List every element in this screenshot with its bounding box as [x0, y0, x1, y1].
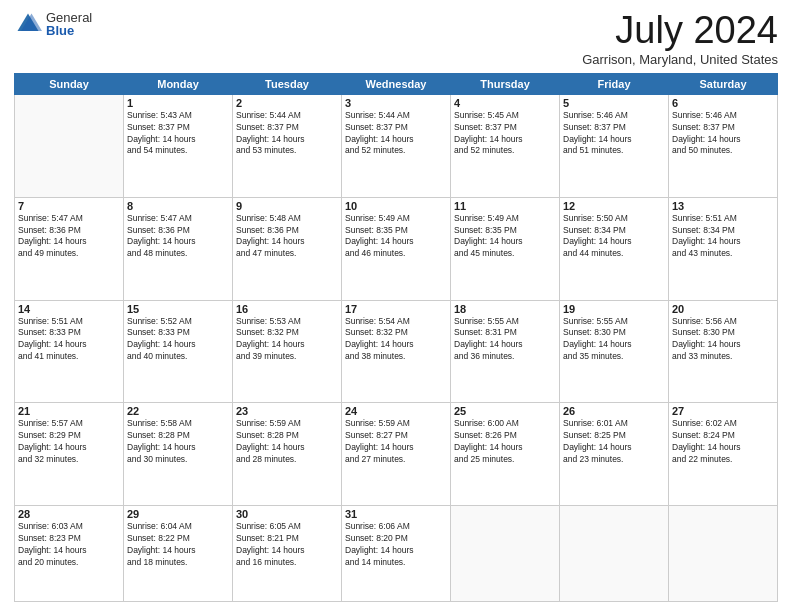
table-row: 9Sunrise: 5:48 AM Sunset: 8:36 PM Daylig…	[233, 197, 342, 300]
col-friday: Friday	[560, 73, 669, 94]
logo-icon	[14, 10, 42, 38]
calendar-week-row: 14Sunrise: 5:51 AM Sunset: 8:33 PM Dayli…	[15, 300, 778, 403]
day-info: Sunrise: 5:59 AM Sunset: 8:27 PM Dayligh…	[345, 418, 447, 466]
day-info: Sunrise: 5:47 AM Sunset: 8:36 PM Dayligh…	[18, 213, 120, 261]
page: General Blue July 2024 Garrison, Marylan…	[0, 0, 792, 612]
day-info: Sunrise: 5:43 AM Sunset: 8:37 PM Dayligh…	[127, 110, 229, 158]
logo-blue-text: Blue	[46, 24, 92, 37]
table-row	[669, 506, 778, 602]
day-number: 3	[345, 97, 447, 109]
calendar-week-row: 28Sunrise: 6:03 AM Sunset: 8:23 PM Dayli…	[15, 506, 778, 602]
day-number: 25	[454, 405, 556, 417]
table-row: 7Sunrise: 5:47 AM Sunset: 8:36 PM Daylig…	[15, 197, 124, 300]
day-number: 31	[345, 508, 447, 520]
day-number: 1	[127, 97, 229, 109]
day-info: Sunrise: 5:46 AM Sunset: 8:37 PM Dayligh…	[563, 110, 665, 158]
day-info: Sunrise: 5:49 AM Sunset: 8:35 PM Dayligh…	[345, 213, 447, 261]
day-number: 5	[563, 97, 665, 109]
day-number: 17	[345, 303, 447, 315]
day-number: 2	[236, 97, 338, 109]
day-info: Sunrise: 5:54 AM Sunset: 8:32 PM Dayligh…	[345, 316, 447, 364]
table-row: 8Sunrise: 5:47 AM Sunset: 8:36 PM Daylig…	[124, 197, 233, 300]
day-number: 18	[454, 303, 556, 315]
table-row: 26Sunrise: 6:01 AM Sunset: 8:25 PM Dayli…	[560, 403, 669, 506]
table-row: 14Sunrise: 5:51 AM Sunset: 8:33 PM Dayli…	[15, 300, 124, 403]
day-info: Sunrise: 6:02 AM Sunset: 8:24 PM Dayligh…	[672, 418, 774, 466]
day-number: 29	[127, 508, 229, 520]
table-row	[451, 506, 560, 602]
col-wednesday: Wednesday	[342, 73, 451, 94]
calendar-week-row: 1Sunrise: 5:43 AM Sunset: 8:37 PM Daylig…	[15, 94, 778, 197]
day-number: 10	[345, 200, 447, 212]
col-sunday: Sunday	[15, 73, 124, 94]
location: Garrison, Maryland, United States	[582, 52, 778, 67]
day-info: Sunrise: 5:55 AM Sunset: 8:31 PM Dayligh…	[454, 316, 556, 364]
day-number: 4	[454, 97, 556, 109]
table-row: 4Sunrise: 5:45 AM Sunset: 8:37 PM Daylig…	[451, 94, 560, 197]
day-number: 8	[127, 200, 229, 212]
day-info: Sunrise: 5:51 AM Sunset: 8:34 PM Dayligh…	[672, 213, 774, 261]
table-row: 27Sunrise: 6:02 AM Sunset: 8:24 PM Dayli…	[669, 403, 778, 506]
day-number: 13	[672, 200, 774, 212]
day-number: 9	[236, 200, 338, 212]
day-info: Sunrise: 5:47 AM Sunset: 8:36 PM Dayligh…	[127, 213, 229, 261]
day-info: Sunrise: 5:57 AM Sunset: 8:29 PM Dayligh…	[18, 418, 120, 466]
table-row: 16Sunrise: 5:53 AM Sunset: 8:32 PM Dayli…	[233, 300, 342, 403]
day-number: 11	[454, 200, 556, 212]
table-row: 10Sunrise: 5:49 AM Sunset: 8:35 PM Dayli…	[342, 197, 451, 300]
table-row: 23Sunrise: 5:59 AM Sunset: 8:28 PM Dayli…	[233, 403, 342, 506]
day-number: 30	[236, 508, 338, 520]
table-row	[560, 506, 669, 602]
day-number: 15	[127, 303, 229, 315]
calendar-week-row: 7Sunrise: 5:47 AM Sunset: 8:36 PM Daylig…	[15, 197, 778, 300]
day-number: 28	[18, 508, 120, 520]
day-number: 16	[236, 303, 338, 315]
day-info: Sunrise: 5:44 AM Sunset: 8:37 PM Dayligh…	[236, 110, 338, 158]
col-monday: Monday	[124, 73, 233, 94]
col-thursday: Thursday	[451, 73, 560, 94]
day-info: Sunrise: 6:01 AM Sunset: 8:25 PM Dayligh…	[563, 418, 665, 466]
day-number: 12	[563, 200, 665, 212]
table-row: 24Sunrise: 5:59 AM Sunset: 8:27 PM Dayli…	[342, 403, 451, 506]
day-number: 23	[236, 405, 338, 417]
day-info: Sunrise: 5:44 AM Sunset: 8:37 PM Dayligh…	[345, 110, 447, 158]
day-number: 24	[345, 405, 447, 417]
calendar-week-row: 21Sunrise: 5:57 AM Sunset: 8:29 PM Dayli…	[15, 403, 778, 506]
table-row: 17Sunrise: 5:54 AM Sunset: 8:32 PM Dayli…	[342, 300, 451, 403]
day-info: Sunrise: 6:04 AM Sunset: 8:22 PM Dayligh…	[127, 521, 229, 569]
calendar-header-row: Sunday Monday Tuesday Wednesday Thursday…	[15, 73, 778, 94]
col-saturday: Saturday	[669, 73, 778, 94]
table-row: 19Sunrise: 5:55 AM Sunset: 8:30 PM Dayli…	[560, 300, 669, 403]
table-row: 18Sunrise: 5:55 AM Sunset: 8:31 PM Dayli…	[451, 300, 560, 403]
day-info: Sunrise: 6:06 AM Sunset: 8:20 PM Dayligh…	[345, 521, 447, 569]
day-number: 22	[127, 405, 229, 417]
day-info: Sunrise: 6:05 AM Sunset: 8:21 PM Dayligh…	[236, 521, 338, 569]
day-info: Sunrise: 5:55 AM Sunset: 8:30 PM Dayligh…	[563, 316, 665, 364]
day-info: Sunrise: 5:58 AM Sunset: 8:28 PM Dayligh…	[127, 418, 229, 466]
table-row: 5Sunrise: 5:46 AM Sunset: 8:37 PM Daylig…	[560, 94, 669, 197]
day-number: 26	[563, 405, 665, 417]
title-section: July 2024 Garrison, Maryland, United Sta…	[582, 10, 778, 67]
table-row	[15, 94, 124, 197]
day-info: Sunrise: 5:48 AM Sunset: 8:36 PM Dayligh…	[236, 213, 338, 261]
day-number: 19	[563, 303, 665, 315]
day-info: Sunrise: 5:56 AM Sunset: 8:30 PM Dayligh…	[672, 316, 774, 364]
day-number: 20	[672, 303, 774, 315]
day-number: 27	[672, 405, 774, 417]
table-row: 20Sunrise: 5:56 AM Sunset: 8:30 PM Dayli…	[669, 300, 778, 403]
day-number: 7	[18, 200, 120, 212]
month-title: July 2024	[582, 10, 778, 52]
header: General Blue July 2024 Garrison, Marylan…	[14, 10, 778, 67]
table-row: 25Sunrise: 6:00 AM Sunset: 8:26 PM Dayli…	[451, 403, 560, 506]
day-number: 6	[672, 97, 774, 109]
day-info: Sunrise: 6:00 AM Sunset: 8:26 PM Dayligh…	[454, 418, 556, 466]
table-row: 6Sunrise: 5:46 AM Sunset: 8:37 PM Daylig…	[669, 94, 778, 197]
table-row: 22Sunrise: 5:58 AM Sunset: 8:28 PM Dayli…	[124, 403, 233, 506]
day-info: Sunrise: 5:46 AM Sunset: 8:37 PM Dayligh…	[672, 110, 774, 158]
day-info: Sunrise: 5:49 AM Sunset: 8:35 PM Dayligh…	[454, 213, 556, 261]
calendar-table: Sunday Monday Tuesday Wednesday Thursday…	[14, 73, 778, 602]
table-row: 11Sunrise: 5:49 AM Sunset: 8:35 PM Dayli…	[451, 197, 560, 300]
table-row: 31Sunrise: 6:06 AM Sunset: 8:20 PM Dayli…	[342, 506, 451, 602]
table-row: 3Sunrise: 5:44 AM Sunset: 8:37 PM Daylig…	[342, 94, 451, 197]
table-row: 13Sunrise: 5:51 AM Sunset: 8:34 PM Dayli…	[669, 197, 778, 300]
